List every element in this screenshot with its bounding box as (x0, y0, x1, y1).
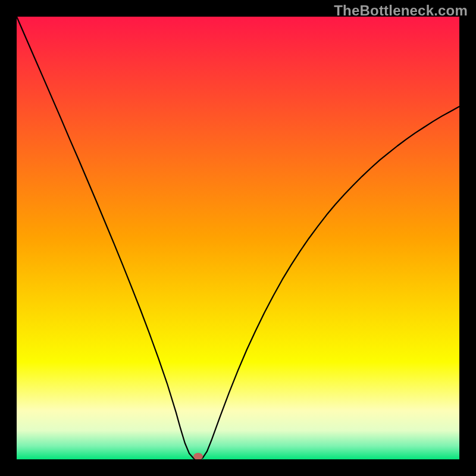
chart-frame: TheBottleneck.com (0, 0, 476, 476)
gradient-background (17, 17, 459, 459)
bottleneck-plot (17, 17, 459, 459)
